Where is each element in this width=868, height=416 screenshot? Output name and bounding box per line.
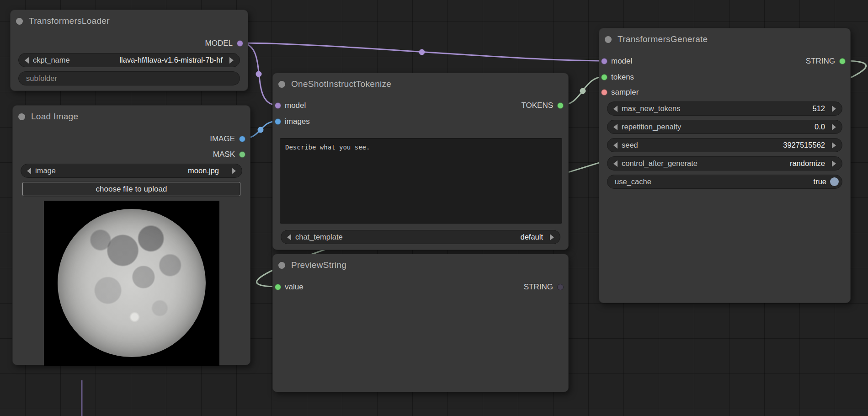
seed-widget[interactable]: seed 3927515562: [607, 138, 842, 152]
input-label-model: model: [285, 101, 306, 111]
collapse-dot-icon[interactable]: [605, 36, 612, 43]
node-one-shot-instruct-tokenize[interactable]: OneShotInstructTokenize model images TOK…: [272, 73, 569, 250]
input-port-model[interactable]: [275, 102, 281, 109]
collapse-dot-icon[interactable]: [278, 262, 285, 269]
node-title-bar: PreviewString: [273, 254, 568, 276]
widget-label: chat_template: [295, 233, 343, 241]
wire-midpoint-dot: [258, 127, 264, 133]
max-new-tokens-widget[interactable]: max_new_tokens 512: [607, 101, 842, 116]
widget-value: moon.jpg: [188, 166, 219, 175]
input-port-images[interactable]: [275, 118, 281, 125]
wire-midpoint-dot: [580, 88, 586, 94]
node-transformers-loader[interactable]: TransformersLoader MODEL ckpt_name llava…: [10, 10, 248, 91]
widget-value: 0.0: [815, 123, 825, 131]
upload-file-button[interactable]: choose file to upload: [22, 182, 240, 196]
collapse-dot-icon[interactable]: [278, 81, 285, 88]
node-title-bar: OneShotInstructTokenize: [273, 73, 568, 95]
arrow-left-icon[interactable]: [613, 160, 618, 167]
wire-midpoint-dot: [419, 49, 425, 55]
node-graph-canvas[interactable]: TransformersLoader MODEL ckpt_name llava…: [0, 0, 868, 416]
node-title: PreviewString: [291, 260, 346, 270]
toggle-on-icon[interactable]: [830, 177, 839, 186]
widget-value: default: [520, 233, 543, 241]
control-after-generate-widget[interactable]: control_after_generate randomize: [607, 156, 842, 171]
output-label-string: STRING: [806, 56, 835, 66]
output-label-tokens: TOKENS: [521, 101, 553, 111]
widget-label: image: [35, 166, 56, 175]
output-port-image[interactable]: [239, 136, 245, 142]
output-label-image: IMAGE: [210, 134, 235, 144]
wire-midpoint-dot: [256, 71, 262, 77]
collapse-dot-icon[interactable]: [16, 18, 23, 25]
input-label-images: images: [285, 117, 310, 127]
widget-value: randomize: [790, 159, 825, 168]
moon-image: [58, 209, 206, 357]
arrow-left-icon[interactable]: [613, 142, 618, 149]
ckpt-name-combo-widget[interactable]: ckpt_name llava-hf/llava-v1.6-mistral-7b…: [18, 53, 240, 67]
widget-value: llava-hf/llava-v1.6-mistral-7b-hf: [119, 56, 223, 64]
chat-template-combo-widget[interactable]: chat_template default: [281, 230, 560, 244]
arrow-right-icon[interactable]: [832, 124, 836, 130]
node-title: TransformersLoader: [29, 16, 110, 26]
output-label-string: STRING: [524, 282, 553, 292]
collapse-dot-icon[interactable]: [18, 113, 25, 120]
input-port-tokens[interactable]: [601, 74, 607, 80]
arrow-left-icon[interactable]: [25, 57, 29, 64]
node-transformers-generate[interactable]: TransformersGenerate model tokens sample…: [599, 28, 851, 303]
arrow-right-icon[interactable]: [232, 168, 236, 174]
input-port-sampler[interactable]: [601, 89, 607, 96]
node-title-bar: Load Image: [13, 106, 250, 128]
subfolder-text-widget[interactable]: subfolder: [18, 71, 240, 85]
output-port-string[interactable]: [839, 58, 846, 64]
node-title: OneShotInstructTokenize: [291, 79, 391, 89]
widget-label: control_after_generate: [622, 159, 698, 168]
widget-value: 3927515562: [783, 141, 825, 149]
input-label-tokens: tokens: [611, 72, 634, 82]
output-port-model[interactable]: [237, 40, 243, 47]
widget-label: repetition_penalty: [622, 123, 681, 131]
use-cache-toggle-widget[interactable]: use_cache true: [607, 175, 842, 189]
output-port-tokens[interactable]: [557, 102, 564, 109]
output-port-mask[interactable]: [239, 151, 245, 158]
arrow-right-icon[interactable]: [229, 57, 234, 64]
node-title: TransformersGenerate: [618, 34, 708, 44]
arrow-left-icon[interactable]: [613, 106, 618, 112]
output-label-model: MODEL: [205, 38, 233, 48]
input-label-value: value: [285, 282, 304, 292]
node-load-image[interactable]: Load Image IMAGE MASK image moon.jpg cho…: [12, 105, 250, 365]
input-label-model: model: [611, 56, 632, 66]
prompt-textarea[interactable]: Describe what you see.: [280, 138, 562, 224]
repetition-penalty-widget[interactable]: repetition_penalty 0.0: [607, 120, 842, 134]
arrow-right-icon[interactable]: [832, 160, 836, 167]
widget-label: use_cache: [615, 177, 651, 186]
node-title-bar: TransformersGenerate: [599, 28, 850, 50]
widget-label: seed: [622, 141, 638, 149]
wire-model-to-generate: [240, 43, 604, 61]
image-combo-widget[interactable]: image moon.jpg: [21, 164, 242, 178]
input-port-value[interactable]: [275, 284, 281, 290]
arrow-right-icon[interactable]: [550, 234, 554, 240]
arrow-left-icon[interactable]: [613, 124, 618, 130]
output-port-string[interactable]: [557, 284, 564, 290]
widget-placeholder: subfolder: [26, 74, 57, 83]
widget-label: ckpt_name: [33, 56, 70, 64]
arrow-right-icon[interactable]: [832, 106, 836, 112]
node-title: Load Image: [31, 112, 78, 122]
input-port-model[interactable]: [601, 58, 607, 64]
widget-value: true: [814, 177, 826, 186]
widget-value: 512: [812, 104, 825, 113]
input-label-sampler: sampler: [611, 87, 639, 97]
widget-label: max_new_tokens: [622, 104, 680, 113]
node-preview-string[interactable]: PreviewString value STRING: [272, 254, 569, 392]
arrow-left-icon[interactable]: [287, 234, 291, 240]
image-preview: [44, 201, 219, 366]
output-label-mask: MASK: [213, 149, 235, 160]
node-title-bar: TransformersLoader: [11, 10, 248, 32]
arrow-right-icon[interactable]: [832, 142, 836, 149]
arrow-left-icon[interactable]: [27, 168, 31, 174]
